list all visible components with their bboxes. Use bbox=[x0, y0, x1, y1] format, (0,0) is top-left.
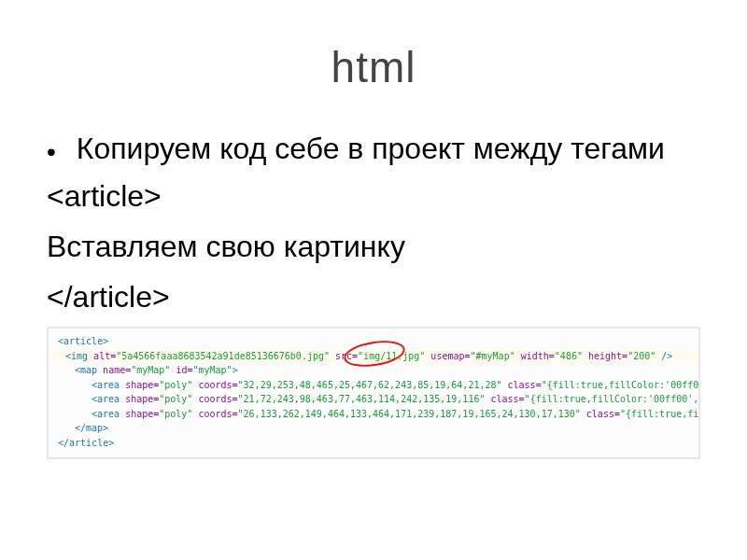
code-sample: <article> <img alt="5a4566faaa8683542a91… bbox=[47, 327, 700, 459]
text-line-article-close: </article> bbox=[47, 274, 700, 319]
text-line-article-open: <article> bbox=[47, 174, 700, 218]
text-line-insert: Вставляем свою картинку bbox=[47, 224, 700, 269]
code-line-area: <area shape="poly" coords="21,72,243,98,… bbox=[58, 392, 689, 407]
code-line: <article> bbox=[58, 334, 689, 349]
slide-body: • Копируем код себе в проект между тегам… bbox=[0, 130, 747, 319]
bullet-text: Копируем код себе в проект между тегами bbox=[77, 130, 700, 167]
code-line-map-close: </map> bbox=[58, 421, 689, 436]
code-line-area: <area shape="poly" coords="26,133,262,14… bbox=[58, 407, 689, 422]
bullet-item: • Копируем код себе в проект между тегам… bbox=[47, 130, 700, 168]
slide-title: html bbox=[0, 42, 747, 92]
code-line-area: <area shape="poly" coords="32,29,253,48,… bbox=[58, 378, 689, 393]
code-line-article-close: </article> bbox=[58, 436, 689, 451]
code-line-img: <img alt="5a4566faaa8683542a91de85136676… bbox=[49, 349, 698, 364]
code-line-map-open: <map name="myMap" id="myMap"> bbox=[58, 363, 689, 378]
bullet-dot-icon: • bbox=[47, 135, 56, 168]
